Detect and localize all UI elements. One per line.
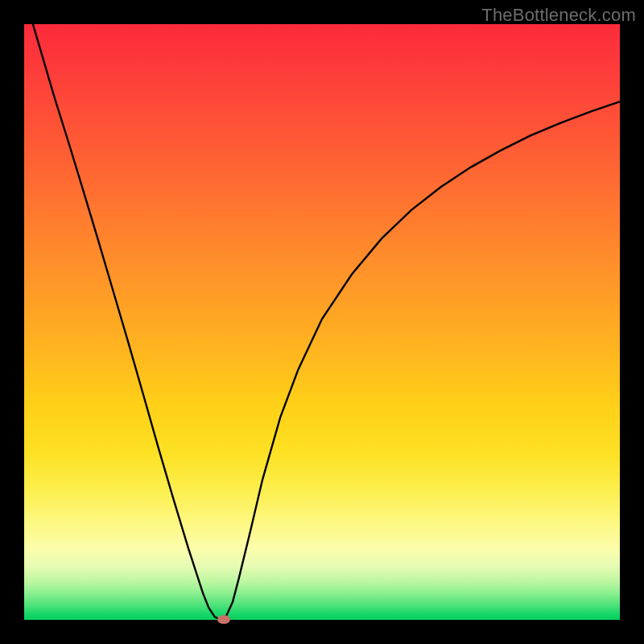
optimal-point-marker bbox=[217, 615, 230, 624]
plot-area bbox=[24, 24, 620, 620]
bottleneck-curve bbox=[24, 24, 620, 620]
chart-frame: TheBottleneck.com bbox=[0, 0, 644, 644]
watermark-text: TheBottleneck.com bbox=[481, 5, 636, 26]
